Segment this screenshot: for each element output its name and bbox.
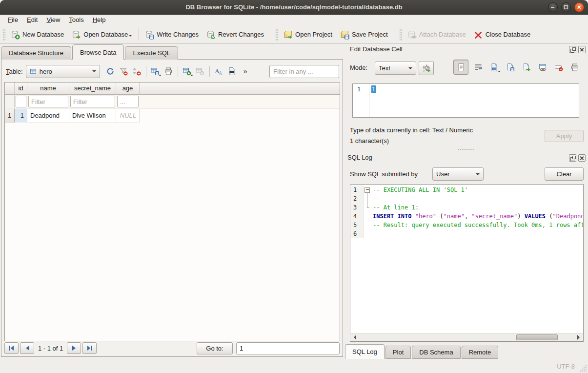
scroll-right-icon[interactable] <box>575 334 583 341</box>
first-page-button[interactable] <box>4 342 19 354</box>
new-database-button[interactable]: New Database <box>7 28 68 41</box>
dock-tab-sql-log[interactable]: SQL Log <box>345 344 385 359</box>
main-toolbar: New Database Open Database Write Changes <box>0 25 588 44</box>
menu-help[interactable]: Help <box>88 15 110 25</box>
clear-sorting-button[interactable] <box>130 65 143 78</box>
open-database-dropdown-arrow[interactable] <box>129 35 132 38</box>
filter-input-age[interactable] <box>117 96 139 107</box>
tab-browse-data[interactable]: Browse Data <box>72 44 124 60</box>
filter-any-input[interactable] <box>269 65 339 78</box>
set-null-button[interactable] <box>552 61 565 74</box>
external-app-link-icon <box>538 63 547 72</box>
clear-filters-button[interactable] <box>117 65 130 78</box>
column-header-secret-name[interactable]: secret_name <box>69 83 116 95</box>
dock-tab-remote[interactable]: Remote <box>462 346 499 359</box>
grid-corner[interactable] <box>5 83 15 95</box>
tab-execute-sql[interactable]: Execute SQL <box>125 46 178 60</box>
toolbar-overflow-chevron[interactable]: » <box>243 67 247 75</box>
goto-button[interactable]: Go to: <box>197 342 233 354</box>
mode-select[interactable]: Text <box>375 62 416 75</box>
toolbar-grip[interactable] <box>2 28 6 41</box>
insert-record-button[interactable] <box>181 65 194 78</box>
import-data-button[interactable] <box>487 61 501 74</box>
fold-marker-icon[interactable] <box>364 186 371 194</box>
sql-log-box[interactable]: 1-- EXECUTING ALL IN 'SQL 1'2--3-- At li… <box>350 184 584 342</box>
save-table-button[interactable] <box>149 65 162 78</box>
text-mode-button[interactable] <box>453 60 468 75</box>
close-button[interactable] <box>574 2 584 12</box>
cell-editor[interactable]: 1 1 <box>352 83 579 118</box>
refresh-button[interactable] <box>104 65 117 78</box>
app-window: DB Browser for SQLite - /home/user/code/… <box>0 0 588 373</box>
tab-database-structure[interactable]: Database Structure <box>1 46 71 60</box>
column-header-age[interactable]: age <box>116 83 140 95</box>
table-select[interactable]: hero <box>26 65 100 78</box>
filter-input-name[interactable] <box>28 96 68 107</box>
menu-tools[interactable]: Tools <box>64 15 88 25</box>
row-header[interactable]: 1 <box>5 109 15 123</box>
menu-bar: FileEditViewToolsHelp <box>0 15 588 25</box>
filter-input-secret-name[interactable] <box>70 96 115 107</box>
scrollbar-track[interactable] <box>359 334 575 341</box>
column-header-filler <box>140 83 340 95</box>
apply-mode-button[interactable] <box>419 61 434 75</box>
import-data-dropdown-arrow[interactable] <box>498 71 501 74</box>
previous-page-icon <box>25 345 30 351</box>
goto-input[interactable] <box>236 342 340 354</box>
close-icon[interactable] <box>578 154 586 162</box>
minimize-button[interactable] <box>548 2 558 12</box>
dock-tab-plot[interactable]: Plot <box>385 346 411 359</box>
cell-secret-name[interactable]: Dive Wilson <box>69 109 116 123</box>
open-project-button[interactable]: Open Project <box>280 28 337 41</box>
cell-name[interactable]: Deadpond <box>27 109 69 123</box>
export-data-button[interactable] <box>504 61 517 74</box>
open-database-button[interactable]: Open Database <box>68 28 136 41</box>
last-page-button[interactable] <box>82 342 97 354</box>
sql-log-hscrollbar[interactable] <box>351 333 583 341</box>
clear-log-button[interactable]: Clear <box>545 167 584 181</box>
float-icon[interactable] <box>569 154 576 162</box>
clear-sorting-icon <box>132 67 141 76</box>
column-header-name[interactable]: name <box>27 83 69 95</box>
float-icon[interactable] <box>569 46 576 53</box>
print-cell-button[interactable] <box>568 61 581 74</box>
menu-edit[interactable]: Edit <box>22 15 42 25</box>
sql-log-code: 1-- EXECUTING ALL IN 'SQL 1'2--3-- At li… <box>351 186 583 333</box>
show-sql-select[interactable]: User <box>432 167 484 181</box>
scrollbar-thumb[interactable] <box>516 334 557 340</box>
close-icon <box>575 3 584 12</box>
open-in-external-button[interactable] <box>536 61 549 74</box>
save-table-dropdown-arrow[interactable] <box>159 75 162 78</box>
cell-editor-content[interactable]: 1 <box>369 84 579 117</box>
resize-grip[interactable] <box>579 364 587 372</box>
scroll-left-icon[interactable] <box>351 334 359 341</box>
fold-marker-icon <box>364 221 371 229</box>
window-title: DB Browser for SQLite - /home/user/code/… <box>0 0 588 14</box>
dock-tab-db-schema[interactable]: DB Schema <box>412 346 460 359</box>
save-as-button[interactable] <box>520 61 533 74</box>
menu-view[interactable]: View <box>42 15 64 25</box>
next-page-button[interactable] <box>67 342 81 354</box>
print-button[interactable] <box>162 65 175 78</box>
write-changes-button[interactable]: Write Changes <box>142 28 203 41</box>
dock-splitter-handle[interactable] <box>457 148 475 151</box>
previous-page-button[interactable] <box>20 342 34 354</box>
toolbar-grip[interactable] <box>399 28 403 41</box>
cell-id[interactable]: 1 <box>15 109 27 123</box>
toolbar-grip[interactable] <box>275 28 279 41</box>
filter-input-id[interactable] <box>16 96 26 107</box>
menu-file[interactable]: File <box>3 15 22 25</box>
close-database-button[interactable]: Close Database <box>470 28 535 41</box>
edit-display-format-button[interactable]: A A <box>212 65 225 78</box>
column-header-id[interactable]: id <box>15 83 27 95</box>
close-icon[interactable] <box>578 46 586 53</box>
filter-row-header <box>5 95 15 108</box>
maximize-button[interactable] <box>561 2 571 12</box>
word-wrap-button[interactable] <box>471 61 485 74</box>
edit-cell-toolbar <box>453 60 581 75</box>
insert-record-dropdown-arrow[interactable] <box>190 75 193 78</box>
save-project-button[interactable]: Save Project <box>337 28 392 41</box>
cell-age[interactable]: NULL <box>116 109 140 123</box>
revert-changes-button[interactable]: Revert Changes <box>203 28 268 41</box>
find-button[interactable] <box>225 65 239 78</box>
